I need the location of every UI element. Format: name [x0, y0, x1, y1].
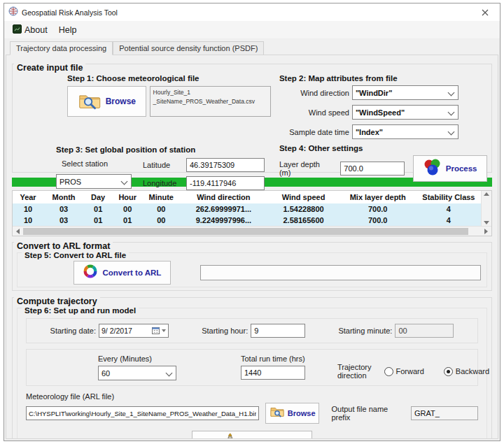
output-prefix-label: Output file name prefix [331, 405, 405, 422]
sample-date-time-select[interactable]: "Index" [352, 124, 458, 139]
total-run-time-label: Total run time (hrs) [241, 355, 305, 363]
browse-met-file-label: Browse [106, 96, 136, 106]
output-prefix-field[interactable] [411, 406, 478, 420]
convert-to-arl-label: Convert to ARL [102, 268, 161, 277]
arl-file-label: Meteorology file (ARL file) [26, 392, 478, 401]
step5-label: Step 5: Convert to ARL file [22, 251, 129, 259]
forward-radio[interactable] [384, 367, 393, 376]
wind-speed-value: "WindSpeed" [356, 108, 448, 117]
starting-hour-label: Starting hour: [202, 327, 248, 335]
starting-date-label: Starting date: [50, 327, 96, 335]
station-select[interactable]: PROS [56, 174, 132, 189]
run-model-button[interactable]: Run model [192, 431, 312, 439]
run-model-label: Run model [240, 437, 284, 439]
table-row[interactable]: 10 03 01 01 00 9.2249997996... 2.5816560… [13, 215, 481, 226]
convert-arl-group: Convert to ARL format Step 5: Convert to… [12, 242, 492, 291]
table-row[interactable]: 10 03 01 00 00 262.69999971... 1.5422880… [13, 203, 481, 215]
window-title: Geospatial Risk Analysis Tool [22, 8, 475, 17]
chevron-down-icon [448, 109, 455, 116]
chevron-down-icon [448, 129, 455, 136]
wind-speed-select[interactable]: "WindSpeed" [352, 105, 458, 120]
step2-section: Step 2: Map attributes from file Wind di… [271, 74, 487, 139]
longitude-label: Longitude [143, 179, 183, 187]
start-time-row: Starting date: 9/ 2/2017 Starting hour: [26, 318, 478, 343]
chevron-down-icon [448, 89, 455, 96]
step1-label: Step 1: Choose meteorological file [67, 74, 271, 83]
cell: 01 [84, 203, 112, 215]
convert-progress-bar [200, 265, 481, 280]
met-file-row: Meteorology file (ARL file) [26, 392, 478, 424]
select-station-label: Select station [62, 159, 132, 168]
latitude-field[interactable] [186, 158, 265, 172]
scrollbar-thumb[interactable] [23, 228, 468, 235]
met-file-name-box: Hourly_Site_1 _SiteName_PROS_Weather_Dat… [150, 86, 271, 117]
convert-arl-group-label: Convert to ARL format [14, 241, 113, 251]
menu-help[interactable]: Help [56, 23, 83, 37]
cell: 00 [112, 203, 143, 215]
station-value: PROS [59, 178, 121, 186]
scroll-right-icon[interactable] [484, 229, 488, 234]
browse-met-file-button[interactable]: Browse [67, 86, 146, 117]
rainbow-ring-icon [83, 264, 98, 282]
starting-date-value: 9/ 2/2017 [102, 327, 150, 335]
step4-label: Step 4: Other settings [279, 144, 487, 152]
cell: 01 [112, 215, 143, 226]
run-model-icon [220, 433, 236, 439]
wind-direction-label: Wind direction [271, 89, 349, 97]
compute-trajectory-label: Compute trajectory [14, 296, 100, 306]
layer-depth-label: Layer depth (m) [279, 160, 333, 177]
scroll-left-icon[interactable] [16, 229, 20, 234]
chevron-down-icon [166, 370, 173, 377]
menu-about[interactable]: About [10, 22, 53, 38]
app-icon [8, 6, 18, 19]
layer-depth-field[interactable] [340, 162, 405, 176]
vertical-scrollbar[interactable] [481, 191, 491, 226]
backward-radio[interactable] [444, 367, 453, 376]
starting-date-picker[interactable]: 9/ 2/2017 [99, 324, 169, 338]
backward-radio-label: Backward [456, 367, 489, 375]
cell: 01 [84, 215, 112, 226]
chevron-down-icon [121, 178, 128, 185]
arl-file-path-field[interactable] [26, 406, 259, 420]
folder-icon [270, 406, 285, 421]
process-button[interactable]: Process [413, 155, 487, 182]
step6-section: Step 6: Set up and run model Starting da… [17, 308, 487, 439]
every-minutes-select[interactable]: 60 [98, 366, 176, 380]
folder-search-icon [78, 91, 102, 113]
step2-label: Step 2: Map attributes from file [279, 74, 487, 83]
latitude-label: Latitude [143, 161, 183, 169]
compute-trajectory-group: Compute trajectory Step 6: Set up and ru… [12, 297, 492, 439]
step6-label: Step 6: Set up and run model [22, 306, 139, 315]
total-run-time-field[interactable] [241, 366, 305, 380]
longitude-field[interactable] [186, 176, 265, 190]
tab-strip: Trajectory data processing Potential sou… [4, 39, 500, 55]
calendar-icon [152, 327, 160, 336]
browse-arl-file-button[interactable]: Browse [265, 403, 320, 424]
cell: 4 [416, 203, 481, 215]
close-icon [482, 6, 489, 19]
cell: 03 [43, 203, 84, 215]
close-button[interactable] [475, 5, 496, 20]
cell: 10 [13, 215, 43, 226]
weather-data-table: Year Month Day Hour Minute Wind directio… [12, 190, 492, 236]
step4-section: Step 4: Other settings Layer depth (m) [271, 144, 487, 190]
step3-label: Step 3: Set global position of station [56, 145, 271, 154]
wind-direction-select[interactable]: "WindDir" [352, 85, 458, 100]
forward-radio-label: Forward [396, 367, 424, 375]
horizontal-scrollbar[interactable] [13, 226, 491, 236]
step5-section: Step 5: Convert to ARL file [17, 252, 487, 287]
tab-trajectory-data-processing[interactable]: Trajectory data processing [10, 41, 113, 55]
sample-date-time-value: "Index" [356, 128, 448, 136]
title-bar: Geospatial Risk Analysis Tool [4, 3, 500, 21]
data-grid: Year Month Day Hour Minute Wind directio… [13, 191, 481, 226]
scroll-down-icon[interactable] [484, 221, 489, 224]
cell: 10 [13, 203, 43, 215]
met-file-name-line2: _SiteName_PROS_Weather_Data.csv [153, 97, 267, 106]
process-spheres-icon [424, 159, 442, 179]
starting-minute-field[interactable] [395, 324, 454, 338]
tab-psdf[interactable]: Potential source density function (PSDF) [113, 41, 264, 55]
starting-hour-field[interactable] [251, 324, 305, 338]
wind-direction-value: "WindDir" [356, 89, 448, 97]
convert-to-arl-button[interactable]: Convert to ARL [74, 261, 171, 285]
cell: 2.58165600 [268, 215, 340, 226]
